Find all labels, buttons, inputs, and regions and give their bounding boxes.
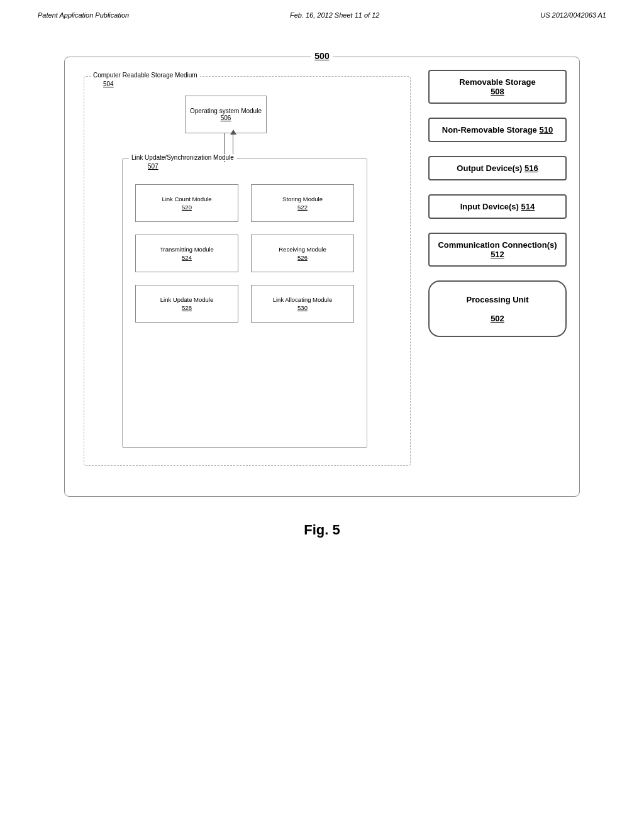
module-link-count-num: 520 (182, 204, 192, 211)
link-sync-label: Link Update/Synchronization Module (129, 154, 236, 161)
module-grid: Link Count Module 520 Storing Module 522… (129, 178, 360, 329)
communication-num: 512 (491, 250, 504, 259)
right-panel: Removable Storage 508 Non-Removable Stor… (428, 70, 567, 337)
module-link-update-label: Link Update Module (160, 296, 214, 303)
module-link-update: Link Update Module 528 (135, 285, 238, 323)
input-device-box: Input Device(s) 514 (428, 194, 567, 219)
module-receiving-num: 526 (297, 254, 308, 261)
module-transmitting-num: 524 (182, 254, 192, 261)
module-storing-num: 522 (297, 204, 308, 211)
module-link-count: Link Count Module 520 (135, 184, 238, 222)
storage-medium-label: Computer Readable Storage Medium (91, 72, 200, 79)
page-header: Patent Application Publication Feb. 16, … (0, 0, 644, 19)
non-removable-storage-label: Non-Removable Storage (442, 125, 537, 135)
communication-box: Communication Connection(s) 512 (428, 233, 567, 267)
link-sync-box: Link Update/Synchronization Module 507 L… (122, 158, 367, 448)
output-device-box: Output Device(s) 516 (428, 156, 567, 180)
main-content: 500 Computer Readable Storage Medium 504… (0, 19, 644, 538)
module-link-update-num: 528 (182, 304, 192, 311)
os-module-label: Operating system Module (190, 108, 262, 114)
removable-storage-box: Removable Storage 508 (428, 70, 567, 104)
module-transmitting-label: Transmitting Module (160, 246, 214, 253)
communication-label: Communication Connection(s) (438, 240, 557, 250)
module-receiving-label: Receiving Module (279, 246, 326, 253)
module-transmitting: Transmitting Module 524 (135, 235, 238, 272)
fig-label: Fig. 5 (304, 522, 340, 538)
input-device-label: Input Device(s) (460, 202, 519, 211)
output-device-num: 516 (525, 163, 538, 173)
storage-medium-number: 504 (103, 80, 114, 87)
module-storing: Storing Module 522 (251, 184, 354, 222)
removable-storage-label: Removable Storage (459, 77, 535, 87)
header-left: Patent Application Publication (38, 11, 129, 19)
module-receiving: Receiving Module 526 (251, 235, 354, 272)
module-link-allocating: Link Allocating Module 530 (251, 285, 354, 323)
processing-unit-label: Processing Unit (467, 295, 529, 304)
removable-storage-num: 508 (491, 87, 504, 96)
output-device-label: Output Device(s) (457, 163, 522, 173)
storage-medium-box: Computer Readable Storage Medium 504 Ope… (84, 76, 411, 466)
non-removable-storage-num: 510 (539, 125, 553, 135)
header-center: Feb. 16, 2012 Sheet 11 of 12 (290, 11, 380, 19)
input-device-num: 514 (521, 202, 535, 211)
module-storing-label: Storing Module (282, 196, 323, 202)
header-right: US 2012/0042063 A1 (540, 11, 606, 19)
module-link-allocating-num: 530 (297, 304, 308, 311)
outer-box-500: 500 Computer Readable Storage Medium 504… (64, 57, 580, 497)
module-link-allocating-label: Link Allocating Module (273, 296, 333, 303)
processing-unit-box: Processing Unit 502 (428, 280, 567, 337)
outer-label: 500 (311, 51, 333, 61)
processing-unit-num: 502 (491, 314, 504, 323)
module-link-count-label: Link Count Module (162, 196, 211, 202)
os-module-number: 506 (221, 114, 231, 121)
non-removable-storage-box: Non-Removable Storage 510 (428, 118, 567, 142)
link-sync-number: 507 (148, 163, 158, 170)
os-module-box: Operating system Module 506 (185, 96, 267, 133)
